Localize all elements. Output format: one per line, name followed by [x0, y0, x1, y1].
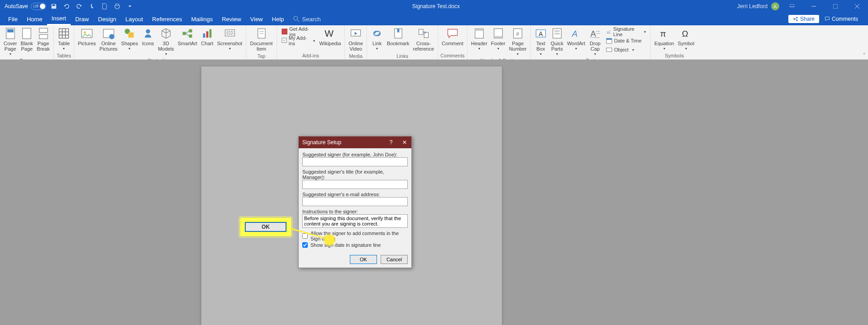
- page-break-button[interactable]: Page Break: [35, 26, 52, 52]
- cancel-button[interactable]: Cancel: [381, 255, 408, 264]
- show-date-checkbox[interactable]: [302, 242, 308, 248]
- qat-customize-icon[interactable]: [125, 1, 135, 11]
- instructions-textarea[interactable]: [302, 214, 408, 228]
- online-pictures-button[interactable]: Online Pictures: [98, 26, 119, 52]
- svg-rect-41: [281, 38, 286, 43]
- comment-button[interactable]: Comment: [440, 26, 465, 47]
- page-number-button[interactable]: #Page Number▾: [507, 26, 529, 57]
- show-date-label: Show sign date in signature line: [310, 242, 381, 248]
- print-icon[interactable]: [112, 1, 122, 11]
- callout-ok-label: OK: [245, 222, 286, 232]
- screenshot-button[interactable]: Screenshot▾: [215, 26, 244, 52]
- svg-point-21: [84, 31, 86, 33]
- autosave-toggle[interactable]: Off: [31, 3, 46, 10]
- link-button[interactable]: Link▾: [369, 26, 385, 52]
- svg-text:A: A: [539, 30, 543, 38]
- signer-title-label: Suggested signer's title (for example, M…: [302, 169, 408, 180]
- symbol-button[interactable]: ΩSymbol▾: [676, 26, 696, 52]
- svg-point-23: [109, 34, 114, 39]
- new-doc-icon[interactable]: [100, 1, 110, 11]
- svg-rect-50: [494, 36, 502, 38]
- bookmark-button[interactable]: Bookmark: [385, 26, 411, 47]
- pictures-button[interactable]: Pictures: [76, 26, 98, 47]
- svg-text:A: A: [591, 29, 596, 38]
- cover-page-button[interactable]: Cover Page▾: [2, 26, 19, 57]
- dialog-close-icon[interactable]: ✕: [398, 139, 411, 146]
- wikipedia-button[interactable]: WWikipedia: [318, 26, 343, 47]
- share-button[interactable]: Share: [788, 15, 819, 23]
- suggested-signer-input[interactable]: [302, 157, 408, 166]
- user-name: Jerri Ledford: [737, 3, 768, 9]
- svg-rect-65: [606, 38, 612, 40]
- ribbon-display-icon[interactable]: [783, 0, 801, 13]
- save-icon[interactable]: [49, 1, 59, 11]
- tab-help[interactable]: Help: [267, 13, 289, 25]
- menubar: File Home Insert Draw Design Layout Refe…: [0, 13, 868, 25]
- search-box[interactable]: Search: [293, 16, 321, 23]
- svg-line-6: [297, 20, 299, 22]
- touch-mode-icon[interactable]: [87, 1, 97, 11]
- smartart-button[interactable]: SmartArt: [176, 26, 199, 47]
- shapes-button[interactable]: Shapes▾: [119, 26, 140, 52]
- tab-layout[interactable]: Layout: [121, 13, 148, 25]
- minimize-icon[interactable]: [805, 0, 823, 13]
- blank-page-button[interactable]: Blank Page: [19, 26, 35, 52]
- equation-button[interactable]: πEquation▾: [653, 26, 676, 52]
- signer-title-input[interactable]: [302, 180, 408, 189]
- svg-rect-34: [209, 29, 211, 38]
- ribbon-group-comments: Comment Comments: [438, 25, 467, 59]
- suggested-signer-label: Suggested signer (for example, John Doe)…: [302, 152, 408, 157]
- signer-email-input[interactable]: [302, 197, 408, 206]
- ribbon-group-addins: Get Add-ins My Add-ins▾ WWikipedia Add-i…: [277, 25, 345, 59]
- allow-comments-checkbox[interactable]: [302, 233, 308, 239]
- icons-button[interactable]: Icons: [140, 26, 156, 47]
- tab-home[interactable]: Home: [22, 13, 47, 25]
- tab-design[interactable]: Design: [94, 13, 121, 25]
- wordart-button[interactable]: AWordArt▾: [565, 26, 587, 52]
- comment-icon: [825, 16, 830, 22]
- dialog-help-icon[interactable]: ?: [384, 139, 398, 146]
- svg-rect-0: [790, 4, 794, 7]
- quick-parts-button[interactable]: Quick Parts▾: [549, 26, 565, 57]
- svg-rect-66: [606, 48, 612, 52]
- get-addins-button[interactable]: Get Add-ins: [279, 27, 318, 36]
- tab-view[interactable]: View: [246, 13, 267, 25]
- tab-file[interactable]: File: [4, 13, 22, 25]
- svg-text:W: W: [325, 28, 334, 38]
- redo-icon[interactable]: [74, 1, 84, 11]
- svg-rect-36: [227, 31, 233, 34]
- collapse-ribbon-icon[interactable]: ˄: [863, 52, 865, 57]
- signature-line-button[interactable]: Signature Line▾: [603, 27, 649, 36]
- document-area: Signature Setup ? ✕ Suggested signer (fo…: [0, 60, 868, 325]
- text-box-button[interactable]: AText Box▾: [533, 26, 549, 57]
- chart-button[interactable]: Chart: [199, 26, 215, 47]
- ok-button[interactable]: OK: [350, 255, 377, 264]
- date-time-button[interactable]: Date & Time: [603, 36, 649, 45]
- instructions-label: Instructions to the signer:: [302, 209, 408, 214]
- dialog-titlebar[interactable]: Signature Setup ? ✕: [299, 137, 411, 148]
- close-window-icon[interactable]: [848, 0, 866, 13]
- drop-cap-button[interactable]: ADrop Cap▾: [587, 26, 603, 57]
- online-video-button[interactable]: Online Video: [347, 26, 365, 52]
- user-avatar[interactable]: JL: [771, 2, 779, 10]
- 3d-models-button[interactable]: 3D Models▾: [156, 26, 176, 57]
- undo-icon[interactable]: [62, 1, 72, 11]
- maximize-icon[interactable]: [826, 0, 844, 13]
- document-item-button[interactable]: Document Item: [248, 26, 274, 52]
- tab-review[interactable]: Review: [217, 13, 246, 25]
- tab-references[interactable]: References: [148, 13, 186, 25]
- object-button[interactable]: Object▾: [603, 45, 649, 54]
- tab-draw[interactable]: Draw: [71, 13, 93, 25]
- cross-reference-button[interactable]: Cross- reference: [411, 26, 436, 52]
- header-button[interactable]: Header▾: [469, 26, 489, 52]
- svg-point-8: [793, 19, 795, 20]
- tab-mailings[interactable]: Mailings: [187, 13, 218, 25]
- table-button[interactable]: Table▾: [56, 26, 72, 52]
- tab-insert[interactable]: Insert: [47, 13, 71, 25]
- titlebar: AutoSave Off Signature Test.docx Jerri L…: [0, 0, 868, 13]
- my-addins-button[interactable]: My Add-ins▾: [279, 36, 318, 45]
- comments-button[interactable]: Comments: [821, 15, 862, 23]
- svg-point-9: [796, 20, 797, 21]
- footer-button[interactable]: Footer▾: [489, 26, 507, 52]
- dialog-title: Signature Setup: [302, 139, 384, 146]
